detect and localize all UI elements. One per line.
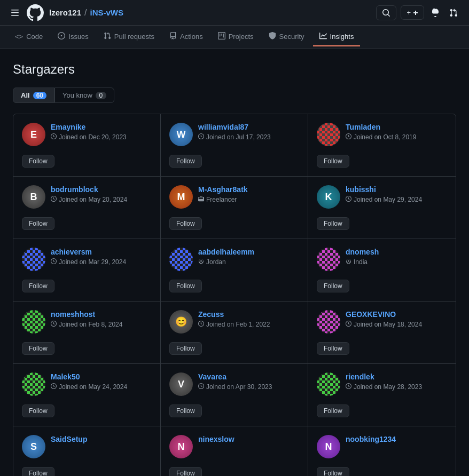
follow-button[interactable]: Follow (169, 217, 202, 230)
avatar[interactable]: 😊 (169, 310, 193, 334)
filter-tab-you-know[interactable]: You know 0 (54, 88, 114, 103)
follow-button[interactable]: Follow (169, 467, 202, 476)
search-button[interactable] (376, 5, 396, 20)
avatar[interactable]: N (317, 435, 340, 458)
follow-button[interactable]: Follow (317, 217, 349, 230)
follow-button[interactable]: Follow (22, 155, 54, 168)
stargazer-username[interactable]: kubisshi (346, 185, 447, 194)
repo-owner[interactable]: lzero121 (49, 8, 81, 17)
notifications-button[interactable] (428, 6, 442, 20)
stargazer-username[interactable]: williamvidal87 (198, 123, 299, 131)
pr-icon (104, 32, 111, 41)
stargazer-card: Malek50 Joined on May 24, 2024 Follow (13, 364, 161, 426)
stargazer-card: E Emaynike Joined on Dec 20, 2023 Follow (13, 114, 161, 177)
avatar[interactable]: S (22, 435, 45, 458)
nav-code[interactable]: <> Code (9, 28, 49, 46)
follow-button[interactable]: Follow (317, 280, 349, 292)
meta-icon (198, 321, 204, 328)
stargazer-username[interactable]: noobking1234 (346, 435, 447, 443)
stargazer-card: nomeshhost Joined on Feb 8, 2024 Follow (13, 302, 161, 364)
stargazer-header: W williamvidal87 Joined on Jul 17, 2023 (169, 123, 299, 146)
nav-pull-requests[interactable]: Pull requests (97, 28, 161, 46)
breadcrumb: lzero121 / iNS-vWS (49, 8, 123, 18)
follow-button[interactable]: Follow (317, 404, 349, 417)
meta-text: Joined on Apr 30, 2023 (206, 383, 272, 391)
actions-icon (169, 32, 177, 41)
meta-icon (51, 258, 57, 266)
avatar[interactable]: K (317, 185, 340, 209)
avatar[interactable] (317, 248, 340, 271)
follow-button[interactable]: Follow (317, 342, 349, 355)
stargazer-username[interactable]: Zecuss (198, 310, 299, 319)
follow-button[interactable]: Follow (169, 342, 202, 355)
nav-actions[interactable]: Actions (163, 28, 209, 46)
stargazer-username[interactable]: Vavarea (198, 372, 299, 381)
nav-insights[interactable]: Insights (313, 28, 361, 46)
avatar[interactable] (169, 248, 193, 271)
stargazer-username[interactable]: nomeshhost (51, 310, 152, 319)
meta-text: Joined on May 18, 2024 (354, 321, 422, 328)
nav-security[interactable]: Security (262, 28, 311, 46)
avatar[interactable]: E (22, 123, 45, 146)
page-title: Stargazers (13, 62, 456, 77)
stargazer-card: N noobking1234 Follow (308, 426, 456, 476)
pull-requests-nav-button[interactable] (447, 6, 460, 20)
stargazer-username[interactable]: M-Asghar8atk (198, 185, 299, 194)
new-button[interactable]: + (401, 5, 424, 20)
repo-navigation: <> Code Issues Pull requests Actions Pro… (0, 26, 469, 49)
top-navigation: lzero121 / iNS-vWS + (0, 0, 469, 26)
stargazer-username[interactable]: bodrumblock (51, 185, 152, 194)
stargazer-username[interactable]: riendlek (346, 372, 447, 381)
meta-text: Joined on Mar 29, 2024 (59, 258, 126, 266)
stargazer-meta: Joined on Feb 8, 2024 (51, 321, 152, 328)
avatar[interactable]: V (169, 372, 193, 396)
avatar[interactable] (22, 248, 45, 271)
stargazer-username[interactable]: SaidSetup (51, 435, 152, 443)
stargazer-username[interactable]: ninexslow (198, 435, 299, 443)
meta-text: Joined on Feb 1, 2022 (206, 321, 270, 328)
stargazer-card: 😊 Zecuss Joined on Feb 1, 2022 Follow (161, 302, 308, 364)
follow-button[interactable]: Follow (317, 467, 349, 476)
follow-button[interactable]: Follow (169, 280, 202, 292)
follow-button[interactable]: Follow (317, 155, 349, 168)
stargazer-username[interactable]: aabdelhaleemm (198, 248, 299, 256)
avatar[interactable]: N (169, 435, 193, 458)
stargazer-username[interactable]: GEOXKEVINO (346, 310, 447, 319)
follow-button[interactable]: Follow (22, 342, 54, 355)
follow-button[interactable]: Follow (22, 280, 54, 292)
stargazer-username[interactable]: dnomesh (346, 248, 447, 256)
stargazer-meta: Jordan (198, 258, 299, 266)
follow-button[interactable]: Follow (169, 155, 202, 168)
avatar[interactable] (317, 372, 340, 396)
meta-icon (346, 383, 351, 391)
nav-issues[interactable]: Issues (51, 28, 95, 46)
avatar[interactable] (317, 310, 340, 334)
follow-button[interactable]: Follow (22, 217, 54, 230)
meta-icon (346, 133, 351, 141)
meta-text: Joined on Feb 8, 2024 (59, 321, 122, 328)
follow-button[interactable]: Follow (169, 404, 202, 417)
avatar[interactable] (317, 123, 340, 146)
stargazer-info: Zecuss Joined on Feb 1, 2022 (198, 310, 299, 328)
avatar[interactable]: M (169, 185, 193, 209)
stargazer-username[interactable]: achieversm (51, 248, 152, 256)
stargazer-username[interactable]: Emaynike (51, 123, 152, 131)
follow-button[interactable]: Follow (22, 404, 54, 417)
github-logo[interactable] (27, 4, 44, 21)
hamburger-button[interactable] (9, 6, 21, 19)
meta-text: Joined on Dec 20, 2023 (59, 133, 127, 141)
avatar[interactable]: W (169, 123, 193, 146)
stargazer-header: achieversm Joined on Mar 29, 2024 (22, 248, 152, 271)
avatar[interactable] (22, 372, 45, 396)
stargazer-username[interactable]: Malek50 (51, 372, 152, 381)
avatar[interactable] (22, 310, 45, 334)
avatar[interactable]: B (22, 185, 45, 209)
repo-name[interactable]: iNS-vWS (90, 8, 124, 17)
follow-button[interactable]: Follow (22, 467, 54, 476)
nav-projects[interactable]: Projects (212, 28, 260, 46)
filter-tab-all[interactable]: All 60 (13, 88, 54, 103)
stargazer-card: N ninexslow Follow (161, 426, 308, 476)
stargazer-header: Tumladen Joined on Oct 8, 2019 (317, 123, 447, 146)
stargazer-card: K kubisshi Joined on May 29, 2024 Follow (308, 177, 456, 239)
stargazer-username[interactable]: Tumladen (346, 123, 447, 131)
